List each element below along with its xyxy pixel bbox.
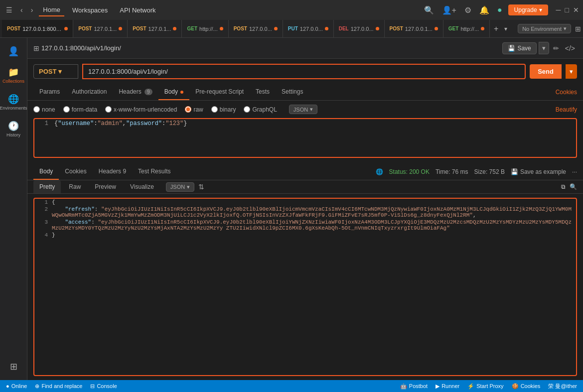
response-view-tabs: Pretty Raw Preview Visualize JSON ▾ ⇅ ⧉ … bbox=[27, 180, 583, 194]
search-icon[interactable]: 🔍 bbox=[570, 183, 577, 190]
find-replace-icon: ⊕ bbox=[35, 383, 39, 390]
tab-4[interactable]: POST 127.0.0... bbox=[229, 20, 283, 37]
resp-line-2: 2 "refresh": "eyJhbGciOiJIUzI1NiIsInR5cC… bbox=[34, 206, 576, 219]
radio-graphql[interactable]: GraphQL bbox=[244, 106, 277, 113]
tab-params[interactable]: Params bbox=[33, 84, 66, 100]
resp-tab-body[interactable]: Body bbox=[33, 164, 59, 180]
resp-format-selector[interactable]: JSON ▾ bbox=[166, 182, 194, 192]
edit-icon[interactable]: ✏ bbox=[551, 42, 561, 54]
tab-method: DEL bbox=[339, 26, 349, 31]
back-icon[interactable]: ‹ bbox=[18, 4, 25, 16]
url-input[interactable] bbox=[82, 64, 526, 79]
radio-graphql-input[interactable] bbox=[244, 106, 250, 113]
resp-tab-cookies[interactable]: Cookies bbox=[59, 164, 92, 180]
upgrade-button[interactable]: Upgrade ▾ bbox=[508, 4, 548, 15]
workspaces-nav[interactable]: Workspaces bbox=[68, 4, 112, 16]
sidebar-item-user[interactable]: 👤 bbox=[0, 42, 27, 61]
tab-5[interactable]: PUT 127.0.0... bbox=[283, 20, 334, 37]
home-nav[interactable]: Home bbox=[39, 4, 64, 16]
online-status[interactable]: ● Online bbox=[6, 383, 27, 389]
send-dropdown-button[interactable]: ▾ bbox=[566, 64, 577, 79]
env-label: No Environment bbox=[522, 26, 562, 32]
close-button[interactable]: ✕ bbox=[573, 6, 579, 14]
copy-icon[interactable]: ⧉ bbox=[561, 183, 566, 190]
collections-icon: 📁 bbox=[8, 67, 19, 78]
start-proxy-button[interactable]: ⚡ Start Proxy bbox=[467, 383, 503, 390]
save-example-button[interactable]: 💾 Save as example bbox=[511, 168, 566, 175]
tab-dot bbox=[274, 27, 278, 30]
sidebar-item-blocks[interactable]: ⊞ bbox=[0, 357, 27, 376]
save-button[interactable]: 💾 Save bbox=[502, 42, 536, 54]
postbot-button[interactable]: 🤖 Postbot bbox=[400, 383, 428, 390]
radio-none[interactable]: none bbox=[33, 106, 55, 113]
body-dot bbox=[180, 91, 183, 94]
resp-view-visualize[interactable]: Visualize bbox=[124, 180, 160, 193]
maximize-button[interactable]: □ bbox=[565, 6, 569, 14]
minimize-button[interactable]: ─ bbox=[556, 6, 561, 14]
tab-tests[interactable]: Tests bbox=[250, 84, 276, 100]
request-body-editor[interactable]: 1 {"username":"admin","password":"123"} bbox=[33, 118, 577, 158]
format-selector[interactable]: JSON ▾ bbox=[289, 105, 317, 114]
radio-form-data[interactable]: form-data bbox=[63, 106, 97, 113]
radio-form-data-input[interactable] bbox=[63, 106, 70, 113]
radio-raw[interactable]: raw bbox=[185, 106, 203, 113]
tab-pre-request[interactable]: Pre-request Script bbox=[189, 84, 250, 100]
tab-7[interactable]: POST 127.0.0.1... bbox=[385, 20, 443, 37]
tab-6[interactable]: DEL 127.0.0... bbox=[334, 20, 385, 37]
tab-2[interactable]: POST 127.0.1... bbox=[128, 20, 182, 37]
hamburger-icon[interactable]: ☰ bbox=[4, 4, 14, 16]
method-select[interactable]: POST ▾ bbox=[33, 64, 78, 79]
search-icon[interactable]: 🔍 bbox=[422, 3, 436, 17]
radio-raw-input[interactable] bbox=[185, 106, 191, 113]
save-dropdown-button[interactable]: ▾ bbox=[539, 42, 549, 54]
tab-8[interactable]: GET http://... bbox=[443, 20, 490, 37]
radio-binary-input[interactable] bbox=[211, 106, 218, 113]
grid-icon[interactable]: ⊞ bbox=[575, 25, 581, 33]
user-info[interactable]: 荣 曼@ither bbox=[548, 383, 577, 390]
tab-authorization[interactable]: Authorization bbox=[66, 84, 113, 100]
radio-none-input[interactable] bbox=[33, 106, 40, 113]
tab-1[interactable]: POST 127.0.1... bbox=[73, 20, 128, 37]
radio-urlencoded[interactable]: x-www-form-urlencoded bbox=[105, 106, 177, 113]
tab-dot bbox=[119, 27, 122, 30]
runner-button[interactable]: ▶ Runner bbox=[436, 383, 459, 390]
avatar-icon[interactable]: ● bbox=[495, 3, 504, 16]
tab-body[interactable]: Body bbox=[158, 84, 190, 100]
settings-icon[interactable]: ⚙ bbox=[462, 3, 473, 17]
sidebar-collections-label: Collections bbox=[2, 79, 24, 84]
radio-urlencoded-input[interactable] bbox=[105, 106, 112, 113]
cookies-bottom-button[interactable]: 🍪 Cookies bbox=[512, 383, 541, 390]
find-replace-label: Find and replace bbox=[41, 383, 82, 389]
send-button[interactable]: Send bbox=[530, 64, 562, 79]
resp-tab-headers[interactable]: Headers 9 bbox=[93, 164, 132, 180]
api-network-nav[interactable]: API Network bbox=[116, 4, 159, 16]
resp-view-preview[interactable]: Preview bbox=[89, 180, 122, 193]
code-icon[interactable]: </> bbox=[563, 42, 577, 54]
tab-0[interactable]: POST 127.0.0.1:8000/api/v1/login/ bbox=[2, 20, 73, 37]
tab-3[interactable]: GET http://... bbox=[182, 20, 228, 37]
resp-tab-test-results[interactable]: Test Results bbox=[132, 164, 176, 180]
more-options-button[interactable]: ··· bbox=[572, 168, 577, 175]
tab-headers[interactable]: Headers 9 bbox=[113, 84, 158, 100]
environments-icon: 🌐 bbox=[8, 94, 19, 105]
cookies-icon: 🍪 bbox=[512, 383, 519, 390]
radio-binary[interactable]: binary bbox=[211, 106, 236, 113]
tab-overflow-button[interactable]: ▾ bbox=[502, 25, 509, 32]
forward-icon[interactable]: › bbox=[29, 4, 35, 16]
resp-view-pretty[interactable]: Pretty bbox=[33, 180, 61, 193]
environment-selector[interactable]: No Environment ▾ bbox=[518, 24, 571, 33]
find-replace-button[interactable]: ⊕ Find and replace bbox=[35, 383, 82, 390]
beautify-button[interactable]: Beautify bbox=[556, 106, 577, 113]
sidebar-item-collections[interactable]: 📁 Collections bbox=[0, 63, 27, 88]
console-button[interactable]: ⊟ Console bbox=[90, 383, 117, 390]
tab-settings[interactable]: Settings bbox=[276, 84, 309, 100]
cookies-button[interactable]: Cookies bbox=[556, 89, 577, 96]
sidebar-item-environments[interactable]: 🌐 Environments bbox=[0, 90, 27, 115]
add-tab-button[interactable]: + bbox=[490, 24, 502, 33]
sidebar-item-history[interactable]: 🕐 History bbox=[0, 117, 27, 141]
filter-icon[interactable]: ⇅ bbox=[198, 183, 204, 191]
method-label: POST bbox=[39, 68, 56, 75]
notifications-icon[interactable]: 🔔 bbox=[477, 3, 491, 17]
resp-view-raw[interactable]: Raw bbox=[63, 180, 87, 193]
add-user-icon[interactable]: 👤+ bbox=[440, 3, 458, 17]
